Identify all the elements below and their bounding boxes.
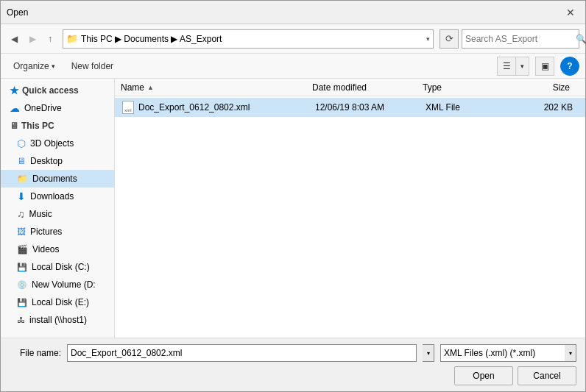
organize-dropdown-icon: ▾ xyxy=(52,63,55,70)
computer-icon: 🖥 xyxy=(10,121,18,131)
sidebar-item-quick-access[interactable]: ★ Quick access xyxy=(1,82,114,99)
star-icon: ★ xyxy=(10,85,19,96)
table-row[interactable]: xml Doc_Export_0612_0802.xml 12/06/19 8:… xyxy=(115,98,585,117)
file-date: 12/06/19 8:03 AM xyxy=(315,102,426,113)
music-icon: ♫ xyxy=(17,208,25,220)
dialog-open: Open ✕ ◀ ▶ ↑ 📁 This PC ▶ Documents ▶ AS_… xyxy=(0,0,586,392)
back-button[interactable]: ◀ xyxy=(7,29,22,49)
file-name: Doc_Export_0612_0802.xml xyxy=(138,102,315,113)
sidebar-item-label: Pictures xyxy=(30,227,62,237)
open-button[interactable]: Open xyxy=(454,366,513,385)
nav-toolbar: ◀ ▶ ↑ 📁 This PC ▶ Documents ▶ AS_Export … xyxy=(1,24,585,54)
search-icon[interactable]: 🔍 xyxy=(576,34,586,44)
column-name[interactable]: Name ▲ xyxy=(121,82,312,93)
buttons-row: Open Cancel xyxy=(10,366,576,385)
view-dropdown-button[interactable]: ▾ xyxy=(516,57,529,76)
column-size[interactable]: Size xyxy=(511,82,570,93)
search-input[interactable] xyxy=(465,34,576,44)
preview-button[interactable]: ▣ xyxy=(535,57,554,76)
sidebar-item-desktop[interactable]: 🖥 Desktop xyxy=(1,152,114,170)
sidebar-item-pictures[interactable]: 🖼 Pictures xyxy=(1,223,114,240)
back-icon: ◀ xyxy=(11,34,18,44)
refresh-icon: ⟳ xyxy=(445,33,453,44)
size-label: Size xyxy=(553,82,570,93)
sidebar-item-label: install (\\host1) xyxy=(29,315,87,325)
sidebar-item-new-volume-d[interactable]: 💿 New Volume (D: xyxy=(1,276,114,293)
sidebar-item-local-e[interactable]: 💾 Local Disk (E:) xyxy=(1,293,114,311)
refresh-button[interactable]: ⟳ xyxy=(440,29,459,49)
new-folder-button[interactable]: New folder xyxy=(65,57,120,76)
sidebar-item-videos[interactable]: 🎬 Videos xyxy=(1,240,114,258)
sidebar-item-onedrive[interactable]: ☁ OneDrive xyxy=(1,99,114,117)
filename-label: File name: xyxy=(10,348,61,358)
sidebar-item-label: Documents xyxy=(32,174,77,184)
desktop-icon: 🖥 xyxy=(17,156,26,166)
file-list: xml Doc_Export_0612_0802.xml 12/06/19 8:… xyxy=(115,96,585,338)
view-mode-button[interactable]: ☰ xyxy=(497,57,516,76)
close-button[interactable]: ✕ xyxy=(562,4,579,21)
help-label: ? xyxy=(567,61,572,71)
folder-icon: 📁 xyxy=(66,33,78,44)
title-bar: Open ✕ xyxy=(1,1,585,24)
sidebar-item-label: Music xyxy=(29,209,52,219)
column-date-modified[interactable]: Date modified xyxy=(312,82,423,93)
new-folder-label: New folder xyxy=(71,61,113,71)
organize-label: Organize xyxy=(13,61,49,71)
address-path: This PC ▶ Documents ▶ AS_Export xyxy=(81,34,426,44)
filename-dropdown-icon: ▾ xyxy=(427,350,430,357)
main-content: ★ Quick access ☁ OneDrive 🖥 This PC ⬡ 3D… xyxy=(1,79,585,338)
network-icon: 🖧 xyxy=(17,316,25,324)
forward-icon: ▶ xyxy=(29,34,36,44)
sidebar-item-3d-objects[interactable]: ⬡ 3D Objects xyxy=(1,135,114,152)
sidebar-item-label: New Volume (D: xyxy=(32,279,96,290)
filename-row: File name: ▾ XML Files (.xml) (*.xml) ▾ xyxy=(10,344,576,362)
pictures-icon: 🖼 xyxy=(17,227,26,237)
sidebar-item-label: Downloads xyxy=(30,191,74,202)
sidebar-item-label: Local Disk (E:) xyxy=(32,297,89,307)
sidebar-item-label: Videos xyxy=(32,244,59,254)
up-button[interactable]: ↑ xyxy=(43,29,57,49)
filename-input[interactable] xyxy=(67,344,417,362)
search-bar: 🔍 xyxy=(462,29,579,49)
disk-icon: 💾 xyxy=(17,263,27,272)
sidebar-item-documents[interactable]: 📁 Documents xyxy=(1,170,114,188)
second-toolbar: Organize ▾ New folder ☰ ▾ ▣ ? xyxy=(1,54,585,79)
sidebar-item-label: Quick access xyxy=(22,85,79,96)
file-type: XML File xyxy=(426,102,514,113)
sidebar-item-install[interactable]: 🖧 install (\\host1) xyxy=(1,311,114,329)
file-size: 202 KB xyxy=(514,102,573,113)
name-label: Name xyxy=(121,82,144,93)
type-label: Type xyxy=(423,82,442,93)
sidebar-item-label: Desktop xyxy=(30,156,63,166)
file-list-header: Name ▲ Date modified Type Size xyxy=(115,79,585,96)
disk-e-icon: 💾 xyxy=(17,298,27,307)
column-type[interactable]: Type xyxy=(423,82,511,93)
bottom-bar: File name: ▾ XML Files (.xml) (*.xml) ▾ … xyxy=(1,338,585,391)
address-bar[interactable]: 📁 This PC ▶ Documents ▶ AS_Export ▾ xyxy=(63,29,434,49)
sidebar: ★ Quick access ☁ OneDrive 🖥 This PC ⬡ 3D… xyxy=(1,79,115,338)
cloud-icon: ☁ xyxy=(10,102,20,114)
sidebar-item-this-pc[interactable]: 🖥 This PC xyxy=(1,117,114,135)
forward-button[interactable]: ▶ xyxy=(25,29,40,49)
preview-icon: ▣ xyxy=(541,61,549,71)
address-dropdown-arrow[interactable]: ▾ xyxy=(426,35,430,43)
sidebar-item-music[interactable]: ♫ Music xyxy=(1,205,114,223)
organize-button[interactable]: Organize ▾ xyxy=(7,57,62,76)
videos-icon: 🎬 xyxy=(17,244,28,254)
sidebar-item-downloads[interactable]: ⬇ Downloads xyxy=(1,188,114,205)
xml-file-icon: xml xyxy=(121,101,135,114)
sidebar-item-local-c[interactable]: 💾 Local Disk (C:) xyxy=(1,258,114,276)
view-dropdown-icon: ▾ xyxy=(520,63,524,70)
cancel-button[interactable]: Cancel xyxy=(518,366,576,385)
sidebar-item-label: 3D Objects xyxy=(30,138,74,149)
filetype-select[interactable]: XML Files (.xml) (*.xml) xyxy=(440,344,576,362)
help-button[interactable]: ? xyxy=(560,57,579,76)
view-mode-icon: ☰ xyxy=(503,61,511,71)
up-icon: ↑ xyxy=(48,34,52,44)
filename-dropdown-button[interactable]: ▾ xyxy=(423,344,434,362)
file-panel: Name ▲ Date modified Type Size xyxy=(115,79,585,338)
view-buttons: ☰ ▾ xyxy=(497,57,529,76)
downloads-icon: ⬇ xyxy=(17,190,26,202)
sidebar-item-label: Local Disk (C:) xyxy=(32,262,90,272)
dialog-title: Open xyxy=(7,7,562,18)
